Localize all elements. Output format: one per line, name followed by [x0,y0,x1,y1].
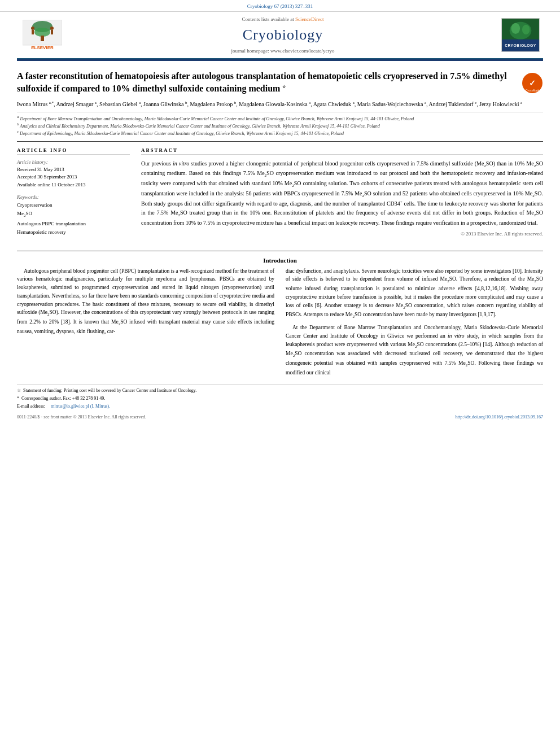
journal-homepage: journal homepage: www.elsevier.com/locat… [231,48,335,54]
svg-point-6 [50,27,54,30]
authors-section: Iwona Mitrus a,*, Andrzej Smagur a, Seba… [17,100,543,108]
affiliation-b: b Analytics and Clinical Biochemistry De… [17,122,543,129]
svg-text:CrossMark: CrossMark [526,89,540,92]
footnote-corresponding-text: Corresponding author. Fax: +48 32 278 91… [21,395,105,402]
elsevier-logo-area: ELSEVIER [17,12,68,58]
intro-paragraph-left: Autologous peripheral blood progenitor c… [17,267,274,336]
body-left-column: Autologous peripheral blood progenitor c… [17,267,274,381]
svg-rect-5 [32,30,34,34]
affiliation-c: c Department of Epidemiology, Maria Sklo… [17,129,543,137]
elsevier-logo-icon: ELSEVIER [23,20,62,51]
copyright-notice: © 2013 Elsevier Inc. All rights reserved… [141,230,543,238]
affiliations-section: a Department of Bone Marrow Transplantat… [17,112,543,137]
authors-list: Iwona Mitrus a,*, Andrzej Smagur a, Seba… [17,100,543,108]
footnote-funding-text: Statement of funding: Printing cost will… [23,387,196,394]
footnote-email-label: E-mail address: [17,403,45,410]
svg-text:ELSEVIER: ELSEVIER [31,45,54,50]
available-date: Available online 11 October 2013 [17,181,130,189]
accepted-date: Accepted 30 September 2013 [17,173,130,181]
body-columns: Autologous peripheral blood progenitor c… [17,267,543,381]
svg-point-12 [522,25,530,34]
svg-point-2 [34,28,50,37]
intro-left-text: Autologous peripheral blood progenitor c… [17,267,274,336]
footnote-funding: ☆ Statement of funding: Printing cost wi… [17,387,543,394]
svg-rect-3 [41,36,44,41]
header-divider [17,59,543,61]
svg-rect-7 [51,30,53,34]
intro-right-text: diac dysfunction, and anaphylaxis. Sever… [286,267,543,377]
affiliation-a: a Department of Bone Marrow Transplantat… [17,115,543,122]
keywords-group: Keywords: Cryopreservation Me2SO Autolog… [17,194,130,237]
received-date: Received 31 May 2013 [17,166,130,174]
sciencedirect-link[interactable]: ScienceDirect [295,16,323,22]
journal-title: Cryobiology [243,27,323,43]
article-history-group: Article history: Received 31 May 2013 Ac… [17,159,130,189]
footnote-email-value[interactable]: mitrus@io.gliwice.pl (I. Mitrus). [51,403,110,410]
svg-point-4 [31,27,34,30]
journal-reference-bar: Cryobiology 67 (2013) 327–331 [0,0,560,12]
intro-paragraph-right-2: At the Department of Bone Marrow Transpl… [286,324,543,377]
svg-text:CRYOBIOLOGY: CRYOBIOLOGY [505,43,536,47]
svg-point-11 [511,23,520,34]
intro-paragraph-right-1: diac dysfunction, and anaphylaxis. Sever… [286,267,543,320]
sciencedirect-line: Contents lists available at ScienceDirec… [242,16,324,22]
article-info-header: ARTICLE INFO [17,147,130,155]
abstract-paragraph: Our previous in vitro studies proved a h… [141,159,543,228]
article-title-section: A faster reconstitution of hematopoiesis… [17,70,543,95]
cryobiology-logo-icon: CRYOBIOLOGY [501,18,540,52]
keyword-0: Cryopreservation [17,201,130,209]
journal-title-area: Contents lists available at ScienceDirec… [68,12,498,58]
cryobiology-logo-area: CRYOBIOLOGY [498,12,543,58]
keyword-1: Me2SO [17,209,130,220]
page-wrapper: Cryobiology 67 (2013) 327–331 ELSEVIER [0,0,560,420]
body-section: Introduction Autologous peripheral blood… [17,251,543,381]
introduction-title: Introduction [17,257,543,264]
article-info-column: ARTICLE INFO Article history: Received 3… [17,147,130,243]
footnote-star-symbol: ☆ [17,387,21,394]
crossmark-badge[interactable]: ✓ CrossMark [522,72,543,94]
footnote-email: E-mail address: mitrus@io.gliwice.pl (I.… [17,403,543,410]
history-label: Article history: [17,159,130,165]
doi-line[interactable]: http://dx.doi.org/10.1016/j.cryobiol.201… [456,414,543,420]
journal-header: ELSEVIER Contents lists available at Sci… [17,12,543,59]
keyword-2: Autologous PBPC transplantation [17,220,130,228]
funding-footnote-marker: ☆ [282,85,286,89]
footnote-corresponding: * Corresponding author. Fax: +48 32 278 … [17,395,543,402]
abstract-header: ABSTRACT [141,147,543,155]
keyword-3: Hematopoietic recovery [17,228,130,237]
issn-line: 0011-2240/$ - see front matter © 2013 El… [17,414,146,420]
bottom-bar: 0011-2240/$ - see front matter © 2013 El… [17,414,543,420]
article-info-abstract-section: ARTICLE INFO Article history: Received 3… [17,141,543,243]
footnote-asterisk-symbol: * [17,395,19,402]
article-title: A faster reconstitution of hematopoiesis… [17,70,515,95]
keywords-list: Cryopreservation Me2SO Autologous PBPC t… [17,201,130,237]
svg-text:✓: ✓ [529,78,536,88]
keywords-label: Keywords: [17,194,130,200]
crossmark-icon: ✓ CrossMark [522,72,543,94]
article-dates: Received 31 May 2013 Accepted 30 Septemb… [17,166,130,189]
sciencedirect-prefix: Contents lists available at [242,16,294,22]
article-title-text: A faster reconstitution of hematopoiesis… [17,70,515,95]
footnotes-section: ☆ Statement of funding: Printing cost wi… [17,385,543,410]
journal-reference: Cryobiology 67 (2013) 327–331 [247,3,313,9]
abstract-column: ABSTRACT Our previous in vitro studies p… [141,147,543,243]
abstract-text: Our previous in vitro studies proved a h… [141,159,543,238]
body-right-column: diac dysfunction, and anaphylaxis. Sever… [286,267,543,381]
